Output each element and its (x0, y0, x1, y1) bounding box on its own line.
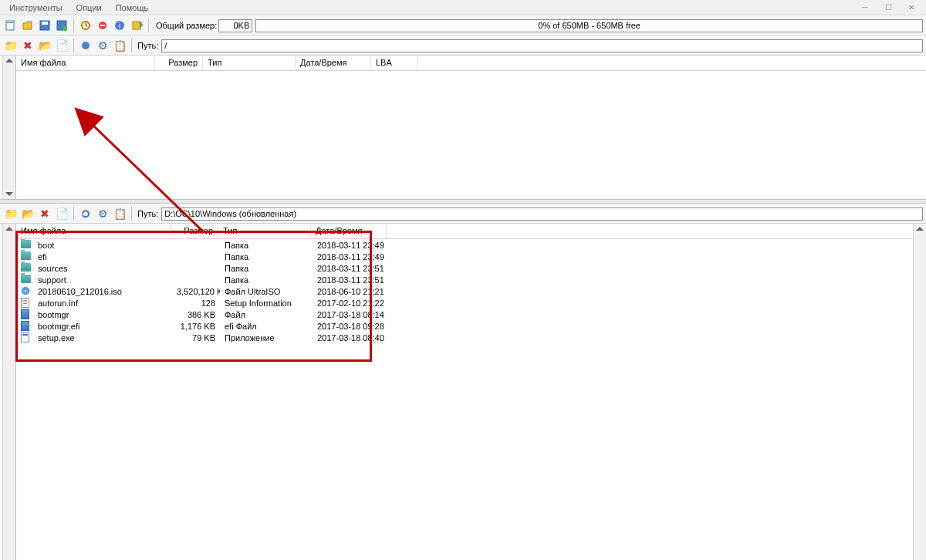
folder-icon (21, 263, 32, 273)
file-name: bootmgr.efi (33, 322, 172, 331)
save-as-button[interactable] (54, 18, 69, 33)
file-date: 2018-06-10 21:21 (313, 287, 397, 296)
new-folder-button[interactable]: 📂 (37, 38, 52, 53)
file-type: Папка (220, 275, 313, 285)
file-date: 2017-02-10 21:22 (313, 299, 397, 308)
file-row[interactable]: bootПапка2018-03-11 23:49 (16, 239, 926, 251)
file-type: Папка (220, 252, 313, 261)
new-button[interactable] (3, 18, 19, 33)
window-minimize-button[interactable]: ─ (853, 2, 877, 14)
file-row[interactable]: autorun.inf128Setup Information2017-02-1… (16, 297, 926, 309)
open-button[interactable] (20, 18, 35, 33)
tool-d-button[interactable] (129, 18, 144, 33)
file-name: setup.exe (33, 333, 172, 342)
main-toolbar: i Общий размер: 0% of 650MB - 650MB free (0, 15, 926, 35)
tool-b-button[interactable] (95, 18, 110, 33)
file-type: Setup Information (220, 299, 313, 308)
local-tree-pane[interactable] (0, 224, 16, 560)
file-name: 20180610_212016.iso (33, 287, 172, 296)
file-row[interactable]: supportПапка2018-03-11 23:51 (16, 274, 926, 285)
file-row[interactable]: setup.exe79 KBПриложение2017-03-18 08:40 (16, 332, 926, 343)
file-row[interactable]: bootmgr.efi1,176 KBefi Файл2017-03-18 09… (16, 320, 926, 332)
file-name: efi (33, 252, 172, 261)
svg-point-5 (63, 26, 67, 31)
file-row[interactable]: bootmgr386 KBФайл2017-03-18 08:14 (16, 309, 926, 320)
local-tree-scrollbar[interactable] (2, 224, 15, 560)
properties-icon: 📋 (113, 208, 127, 219)
column-date[interactable]: Дата/Время (311, 224, 387, 238)
column-date[interactable]: Дата/Время (296, 56, 371, 70)
new-folder-icon: 📂 (22, 208, 35, 219)
window-maximize-button[interactable]: ☐ (877, 2, 900, 14)
svg-point-11 (82, 42, 90, 49)
gear-icon: ⚙ (98, 40, 108, 51)
file-type: Файл (220, 310, 313, 319)
column-size[interactable]: Размер (171, 224, 218, 238)
column-name[interactable]: Имя файла (16, 56, 155, 70)
file-date: 2017-03-18 08:40 (313, 333, 397, 342)
image-list-header: Имя файла Размер Тип Дата/Время LBA (16, 56, 926, 71)
file-name: autorun.inf (33, 299, 172, 308)
local-add-button[interactable]: 📄 (54, 206, 69, 221)
extract-icon (79, 39, 92, 52)
local-path-input[interactable] (161, 207, 923, 221)
delete-icon: ✖ (40, 208, 49, 219)
properties-icon: 📋 (113, 40, 127, 51)
file-type: Приложение (220, 333, 313, 342)
file-size: 386 KB (172, 310, 220, 319)
file-type: Файл UltraISO (220, 287, 313, 296)
gear-icon: ⚙ (98, 208, 108, 219)
menu-tools[interactable]: Инструменты (3, 2, 69, 14)
bin-icon (21, 321, 32, 331)
save-button[interactable] (37, 18, 52, 33)
local-file-list[interactable]: Имя файла Размер Тип Дата/Время bootПапк… (16, 224, 926, 560)
local-path-label: Путь: (137, 209, 158, 218)
file-row[interactable]: 20180610_212016.iso3,520,120 KBФайл Ultr… (16, 285, 926, 297)
file-type: efi Файл (220, 322, 313, 331)
column-lba[interactable]: LBA (371, 56, 417, 70)
file-row[interactable]: efiПапка2018-03-11 23:49 (16, 251, 926, 262)
capacity-progress-bar: 0% of 650MB - 650MB free (255, 19, 923, 32)
settings-button[interactable]: ⚙ (95, 38, 110, 53)
up-folder-button[interactable]: 📁 (3, 38, 19, 53)
column-type[interactable]: Тип (218, 224, 311, 238)
extract-button[interactable] (78, 38, 93, 53)
local-new-folder-button[interactable]: 📂 (20, 206, 35, 221)
add-files-button[interactable]: 📄 (54, 38, 69, 53)
column-size[interactable]: Размер (155, 56, 203, 70)
menu-options[interactable]: Опции (70, 2, 108, 14)
properties-button[interactable]: 📋 (112, 38, 127, 53)
image-panel-toolbar: 📁 ✖ 📂 📄 ⚙ 📋 Путь: (0, 35, 926, 56)
delete-button[interactable]: ✖ (20, 38, 35, 53)
file-row[interactable]: sourcesПапка2018-03-11 23:51 (16, 262, 926, 274)
image-path-input[interactable] (161, 39, 923, 52)
file-size: 3,520,120 KB (172, 287, 220, 296)
file-date: 2018-03-11 23:49 (313, 252, 397, 261)
column-type[interactable]: Тип (203, 56, 296, 70)
image-tree-scrollbar[interactable] (2, 56, 15, 199)
local-list-header: Имя файла Размер Тип Дата/Время (16, 224, 926, 239)
image-tree-pane[interactable] (0, 56, 16, 199)
inf-icon (21, 298, 32, 308)
column-name[interactable]: Имя файла (16, 224, 171, 238)
menu-help[interactable]: Помощь (110, 2, 155, 14)
local-refresh-button[interactable] (78, 206, 93, 221)
image-file-list[interactable]: Имя файла Размер Тип Дата/Время LBA (16, 56, 926, 199)
file-type: Папка (220, 241, 313, 250)
file-name: sources (33, 264, 172, 273)
local-settings-button[interactable]: ⚙ (95, 206, 110, 221)
tool-a-button[interactable] (78, 18, 93, 33)
local-panel: Имя файла Размер Тип Дата/Время bootПапк… (0, 224, 926, 560)
local-up-button[interactable]: 📁 (3, 206, 19, 221)
iso-icon (21, 286, 32, 296)
file-date: 2017-03-18 09:28 (313, 322, 397, 331)
file-size: 79 KB (172, 333, 220, 342)
info-button[interactable]: i (112, 18, 127, 33)
local-list-scrollbar[interactable] (913, 224, 926, 560)
window-close-button[interactable]: ✕ (900, 2, 923, 14)
local-delete-button[interactable]: ✖ (37, 206, 52, 221)
svg-rect-0 (6, 21, 14, 30)
total-size-value (218, 19, 252, 32)
local-properties-button[interactable]: 📋 (112, 206, 127, 221)
svg-rect-1 (7, 22, 13, 23)
